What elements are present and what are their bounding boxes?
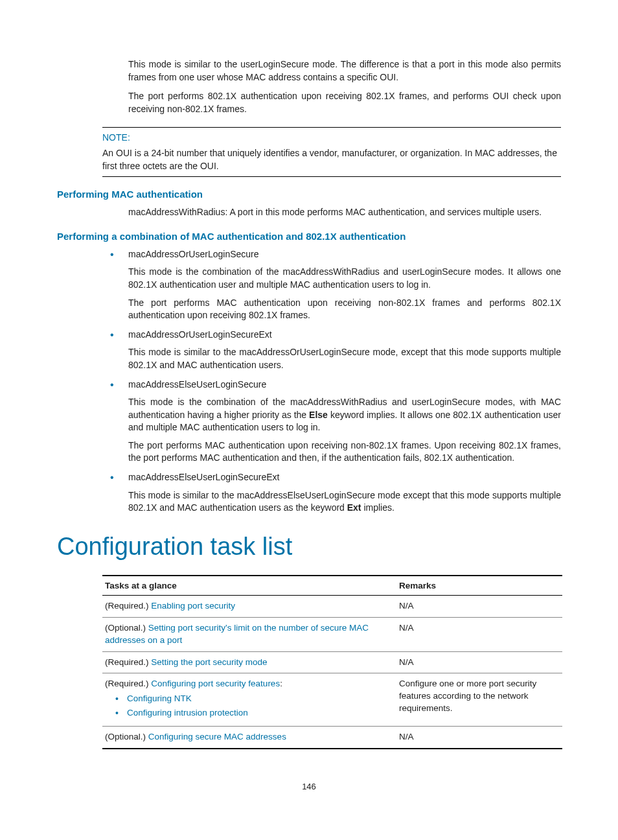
- list-item: macAddressOrUserLoginSecureExt This mode…: [102, 329, 561, 372]
- mode-desc: This mode is similar to the macAddressOr…: [128, 346, 561, 371]
- mode-desc: This mode is the combination of the macA…: [128, 396, 561, 434]
- mode-title: macAddressOrUserLoginSecureExt: [128, 329, 561, 342]
- document-page: This mode is similar to the userLoginSec…: [0, 0, 618, 824]
- mode-title: macAddressElseUserLoginSecureExt: [128, 471, 561, 484]
- list-item: Configuring NTK: [115, 693, 390, 705]
- section-title: Configuration task list: [57, 533, 561, 561]
- table-row: (Required.) Enabling port security N/A: [102, 595, 562, 617]
- table-row: (Required.) Setting the port security mo…: [102, 651, 562, 673]
- intro-paragraph-2: The port performs 802.1X authentication …: [128, 90, 561, 115]
- combo-list: macAddressOrUserLoginSecure This mode is…: [102, 248, 561, 515]
- link-configuring-ntk[interactable]: Configuring NTK: [127, 694, 192, 703]
- th-tasks: Tasks at a glance: [102, 576, 396, 596]
- intro-paragraph-1: This mode is similar to the userLoginSec…: [128, 58, 561, 84]
- link-configuring-features[interactable]: Configuring port security features: [151, 679, 280, 688]
- heading-mac-auth: Performing MAC authentication: [57, 189, 561, 200]
- heading-combo: Performing a combination of MAC authenti…: [57, 231, 561, 242]
- mode-title: macAddressElseUserLoginSecure: [128, 379, 561, 391]
- link-setting-mode[interactable]: Setting the port security mode: [151, 657, 267, 667]
- mac-auth-body: macAddressWithRadius: A port in this mod…: [128, 206, 561, 219]
- link-configuring-secure-mac[interactable]: Configuring secure MAC addresses: [148, 732, 286, 741]
- task-table: Tasks at a glance Remarks (Required.) En…: [102, 575, 562, 749]
- th-remarks: Remarks: [396, 576, 562, 596]
- page-number: 146: [57, 782, 561, 791]
- note-body: An OUI is a 24-bit number that uniquely …: [102, 147, 561, 172]
- sub-list: Configuring NTK Configuring intrusion pr…: [115, 693, 390, 719]
- note-block: NOTE: An OUI is a 24-bit number that uni…: [102, 127, 561, 177]
- list-item: macAddressElseUserLoginSecureExt This mo…: [102, 471, 561, 515]
- mode-title: macAddressOrUserLoginSecure: [128, 248, 561, 261]
- list-item: macAddressOrUserLoginSecure This mode is…: [102, 248, 561, 322]
- link-configuring-intrusion[interactable]: Configuring intrusion protection: [127, 708, 248, 718]
- mode-desc: This mode is similar to the macAddressEl…: [128, 489, 561, 515]
- list-item: Configuring intrusion protection: [115, 707, 390, 719]
- table-row: (Required.) Configuring port security fe…: [102, 673, 562, 727]
- intro-block: This mode is similar to the userLoginSec…: [128, 58, 561, 115]
- mode-desc: This mode is the combination of the macA…: [128, 266, 561, 291]
- note-label: NOTE:: [102, 132, 561, 145]
- mode-desc: The port performs MAC authentication upo…: [128, 297, 561, 322]
- table-row: (Optional.) Setting port security's limi…: [102, 617, 562, 651]
- list-item: macAddressElseUserLoginSecure This mode …: [102, 379, 561, 465]
- mode-desc: The port performs MAC authentication upo…: [128, 439, 561, 465]
- link-enabling-port-security[interactable]: Enabling port security: [151, 601, 235, 611]
- table-row: (Optional.) Configuring secure MAC addre…: [102, 727, 562, 749]
